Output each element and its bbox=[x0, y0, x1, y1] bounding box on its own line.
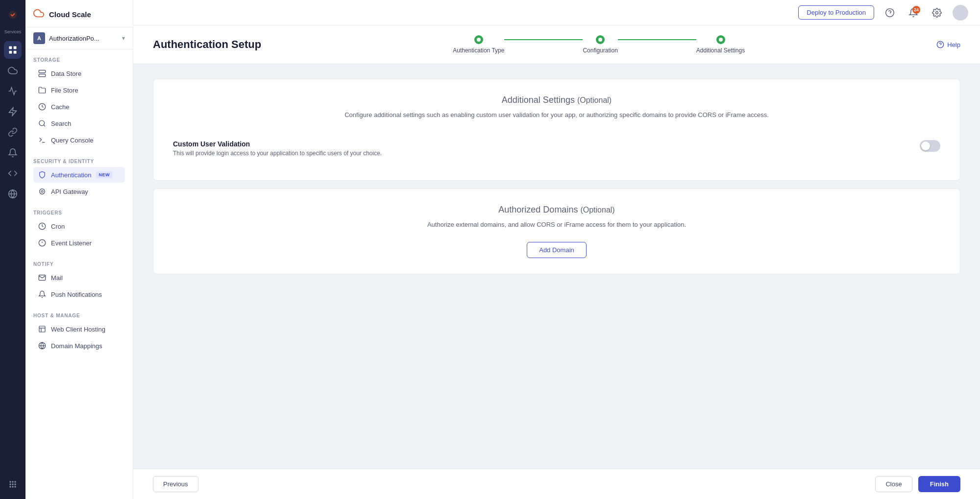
storage-section-label: STORAGE bbox=[33, 57, 125, 63]
sidebar-item-event-listener[interactable]: Event Listener bbox=[33, 235, 125, 251]
sidebar: Cloud Scale A AuthorizationPo... ▾ STORA… bbox=[25, 0, 133, 499]
svg-rect-18 bbox=[39, 74, 45, 76]
nav-icon-chart[interactable] bbox=[4, 82, 22, 100]
bottom-bar: Previous Close Finish bbox=[133, 469, 980, 499]
triggers-section-label: TRIGGERS bbox=[33, 210, 125, 215]
main-area: Deploy to Production 24 Authentication S… bbox=[133, 0, 980, 499]
web-client-hosting-label: Web Client Hosting bbox=[51, 326, 105, 333]
notify-section-label: NOTIFY bbox=[33, 261, 125, 267]
sidebar-item-push-notifications[interactable]: Push Notifications bbox=[33, 286, 125, 302]
svg-rect-30 bbox=[39, 326, 45, 332]
stepper-label-3: Additional Settings bbox=[696, 47, 745, 54]
user-avatar[interactable] bbox=[953, 5, 968, 21]
cron-label: Cron bbox=[51, 223, 65, 230]
notification-bell-icon[interactable]: 24 bbox=[906, 5, 921, 21]
stepper-circle-2 bbox=[596, 35, 605, 44]
additional-settings-subtitle: Configure additional settings such as en… bbox=[173, 110, 940, 120]
add-domain-button[interactable]: Add Domain bbox=[527, 242, 587, 258]
icon-bar: Services bbox=[0, 0, 25, 499]
sidebar-item-cache[interactable]: Cache bbox=[33, 99, 125, 115]
svg-point-35 bbox=[886, 8, 894, 17]
svg-point-0 bbox=[9, 11, 17, 19]
setup-title: Authentication Setup bbox=[153, 38, 261, 51]
custom-user-validation-info: Custom User Validation This will provide… bbox=[173, 140, 382, 157]
deploy-to-production-button[interactable]: Deploy to Production bbox=[798, 5, 874, 20]
nav-icon-lightning[interactable] bbox=[4, 103, 22, 120]
custom-user-validation-toggle[interactable] bbox=[920, 140, 940, 152]
help-label: Help bbox=[947, 41, 960, 48]
sidebar-item-web-client-hosting[interactable]: Web Client Hosting bbox=[33, 321, 125, 337]
domain-mappings-label: Domain Mappings bbox=[51, 342, 102, 350]
stepper-step-1: Authentication Type bbox=[453, 35, 504, 54]
stepper-label-1: Authentication Type bbox=[453, 47, 504, 54]
nav-icon-grid[interactable] bbox=[4, 41, 22, 59]
nav-icon-globe[interactable] bbox=[4, 185, 22, 203]
svg-point-13 bbox=[14, 483, 16, 485]
query-console-label: Query Console bbox=[51, 137, 94, 144]
data-store-label: Data Store bbox=[51, 70, 81, 77]
nav-icon-cloud[interactable] bbox=[4, 62, 22, 79]
mail-label: Mail bbox=[51, 274, 63, 282]
custom-user-validation-name: Custom User Validation bbox=[173, 140, 382, 148]
sidebar-item-cron[interactable]: Cron bbox=[33, 218, 125, 234]
svg-point-11 bbox=[9, 483, 11, 485]
authorized-domains-card: Authorized Domains (Optional) Authorize … bbox=[153, 189, 960, 274]
sidebar-item-file-store[interactable]: File Store bbox=[33, 82, 125, 98]
svg-point-9 bbox=[12, 481, 13, 482]
security-section: SECURITY & IDENTITY Authentication NEW A… bbox=[25, 151, 133, 202]
svg-point-12 bbox=[12, 483, 13, 485]
sidebar-item-mail[interactable]: Mail bbox=[33, 270, 125, 285]
topbar: Deploy to Production 24 bbox=[133, 0, 980, 25]
cache-label: Cache bbox=[51, 103, 70, 111]
search-label: Search bbox=[51, 120, 71, 127]
stepper-circle-3 bbox=[716, 35, 725, 44]
previous-button[interactable]: Previous bbox=[153, 476, 198, 492]
sidebar-item-api-gateway[interactable]: API Gateway bbox=[33, 184, 125, 199]
svg-rect-2 bbox=[14, 47, 17, 49]
services-label: Services bbox=[4, 29, 22, 34]
host-manage-section-label: HOST & MANAGE bbox=[33, 313, 125, 318]
sidebar-item-domain-mappings[interactable]: Domain Mappings bbox=[33, 338, 125, 354]
stepper-line-1 bbox=[504, 39, 583, 40]
storage-section: STORAGE Data Store File Store Cache Sear… bbox=[25, 49, 133, 151]
additional-settings-title: Additional Settings (Optional) bbox=[173, 95, 940, 105]
svg-point-22 bbox=[39, 120, 45, 126]
event-listener-label: Event Listener bbox=[51, 239, 92, 247]
triggers-section: TRIGGERS Cron Event Listener bbox=[25, 202, 133, 254]
svg-point-15 bbox=[12, 486, 13, 487]
new-badge: NEW bbox=[96, 171, 112, 178]
finish-button[interactable]: Finish bbox=[918, 476, 960, 492]
nav-icon-code[interactable] bbox=[4, 165, 22, 182]
svg-rect-4 bbox=[14, 51, 17, 54]
sidebar-item-search[interactable]: Search bbox=[33, 116, 125, 131]
sidebar-item-data-store[interactable]: Data Store bbox=[33, 66, 125, 81]
push-notifications-label: Push Notifications bbox=[51, 291, 102, 298]
logo-icon[interactable] bbox=[4, 6, 22, 24]
sidebar-item-query-console[interactable]: Query Console bbox=[33, 132, 125, 148]
stepper-step-2: Configuration bbox=[583, 35, 617, 54]
close-button[interactable]: Close bbox=[875, 476, 912, 492]
nav-icon-bell[interactable] bbox=[4, 144, 22, 162]
content-body: Additional Settings (Optional) Configure… bbox=[133, 64, 980, 469]
app-selector[interactable]: A AuthorizationPo... ▾ bbox=[25, 27, 133, 49]
svg-point-8 bbox=[9, 481, 11, 482]
authorized-domains-title: Authorized Domains (Optional) bbox=[498, 205, 614, 215]
nav-icon-link[interactable] bbox=[4, 123, 22, 141]
security-section-label: SECURITY & IDENTITY bbox=[33, 159, 125, 164]
stepper-circle-1 bbox=[474, 35, 483, 44]
svg-point-37 bbox=[936, 11, 938, 14]
nav-icon-apps-bottom[interactable] bbox=[4, 475, 22, 493]
sidebar-item-authentication[interactable]: Authentication NEW bbox=[33, 167, 125, 183]
svg-point-10 bbox=[14, 481, 16, 482]
help-button[interactable]: Help bbox=[936, 41, 960, 48]
stepper-label-2: Configuration bbox=[583, 47, 617, 54]
help-icon-topbar[interactable] bbox=[882, 5, 898, 21]
svg-line-23 bbox=[44, 125, 45, 126]
chevron-down-icon: ▾ bbox=[122, 35, 125, 42]
notification-count-badge: 24 bbox=[912, 6, 920, 14]
bottom-bar-right: Close Finish bbox=[875, 476, 960, 492]
authorized-domains-subtitle: Authorize external domains, and allow CO… bbox=[427, 220, 686, 230]
settings-gear-icon[interactable] bbox=[929, 5, 945, 21]
svg-point-16 bbox=[14, 486, 16, 487]
file-store-label: File Store bbox=[51, 87, 78, 94]
